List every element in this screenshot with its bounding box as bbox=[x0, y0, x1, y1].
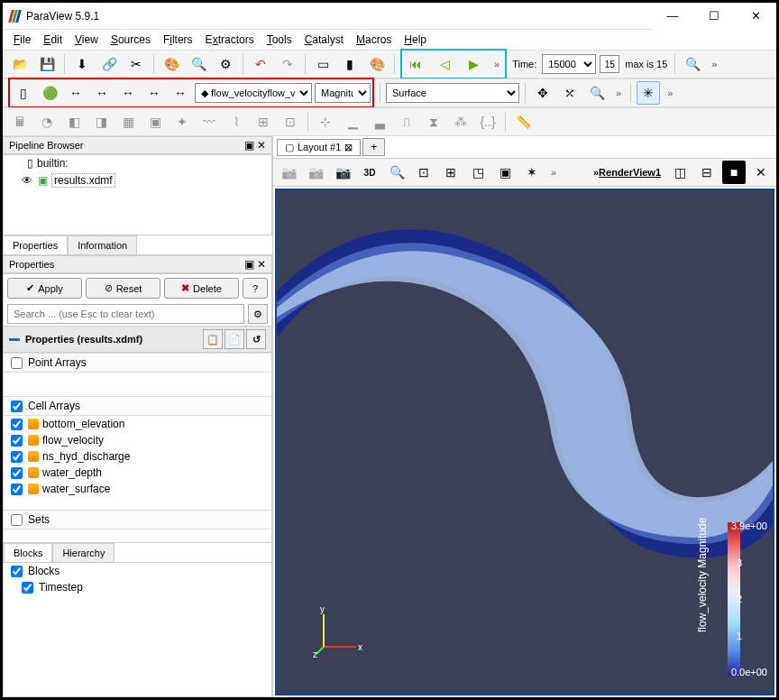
camera-icon[interactable]: 📷 bbox=[331, 161, 354, 184]
split-v-icon[interactable]: ⊟ bbox=[695, 161, 719, 184]
screenshot-icon[interactable]: 📷 bbox=[277, 161, 300, 184]
calculator-icon[interactable]: 🖩 bbox=[8, 110, 32, 134]
tab-hierarchy[interactable]: Hierarchy bbox=[52, 543, 115, 562]
histogram-icon[interactable]: ▃ bbox=[368, 110, 391, 134]
split-h-icon[interactable]: ◫ bbox=[668, 161, 692, 184]
select-cells-icon[interactable]: ⊞ bbox=[439, 161, 463, 184]
menu-tools[interactable]: Tools bbox=[261, 32, 298, 48]
menu-view[interactable]: View bbox=[69, 32, 104, 48]
find-icon[interactable]: 🔍 bbox=[187, 52, 210, 76]
save-state-icon[interactable]: 💾 bbox=[35, 52, 59, 76]
camera-reset-icon[interactable]: ✥ bbox=[531, 81, 554, 105]
minimize-button[interactable]: — bbox=[652, 3, 693, 30]
select-block-icon[interactable]: ▣ bbox=[493, 161, 517, 184]
reset-button[interactable]: ⊘Reset bbox=[86, 278, 160, 299]
cell-array-row[interactable]: bottom_elevation bbox=[4, 416, 271, 432]
layout-add-button[interactable]: + bbox=[362, 138, 385, 156]
zoom-closest-icon[interactable]: ⤱ bbox=[558, 81, 582, 105]
mode-3d-button[interactable]: 3D bbox=[358, 161, 381, 184]
point-arrays-checkbox[interactable] bbox=[11, 357, 23, 369]
ruler-icon[interactable]: 📏 bbox=[511, 110, 535, 134]
properties-undock-icon[interactable]: ▣ bbox=[244, 258, 254, 271]
save-data-icon[interactable]: ⬇ bbox=[70, 52, 94, 76]
group-icon[interactable]: ⊞ bbox=[252, 110, 275, 134]
rescale-icon[interactable]: ↔ bbox=[64, 81, 87, 105]
camera-more-icon[interactable]: » bbox=[612, 88, 625, 98]
properties-search-input[interactable] bbox=[7, 304, 244, 324]
tab-blocks[interactable]: Blocks bbox=[4, 543, 52, 562]
glyph-icon[interactable]: ✦ bbox=[170, 110, 194, 134]
render-view[interactable]: x y z 3.9e+00 3 2 1 0.0e+00 flow_velocit… bbox=[275, 189, 774, 695]
sets-checkbox[interactable] bbox=[11, 514, 23, 526]
pipeline-close-icon[interactable]: ✕ bbox=[257, 139, 266, 152]
cell-arrays-section[interactable]: Cell Arrays bbox=[4, 396, 271, 416]
threshold-icon[interactable]: ▦ bbox=[116, 110, 140, 134]
extract-icon[interactable]: ▣ bbox=[143, 110, 167, 134]
cell-arrays-checkbox[interactable] bbox=[11, 401, 23, 412]
menu-edit[interactable]: Edit bbox=[38, 32, 68, 48]
cell-array-row[interactable]: water_depth bbox=[4, 465, 271, 481]
load-palette-icon[interactable]: 🎨 bbox=[160, 52, 183, 76]
color-legend-icon[interactable]: ▮ bbox=[338, 52, 362, 76]
slice-icon[interactable]: ◨ bbox=[89, 110, 113, 134]
pipeline-browser[interactable]: ▯builtin: 👁 ▣ results.xdmf bbox=[3, 154, 272, 235]
tab-information[interactable]: Information bbox=[68, 235, 137, 254]
copy-icon[interactable]: 📋 bbox=[203, 329, 223, 349]
frame-spinner[interactable] bbox=[600, 55, 619, 73]
rescale-visible-icon[interactable]: ↔ bbox=[116, 81, 140, 105]
visibility-eye-icon[interactable]: 👁 bbox=[20, 174, 34, 187]
rescale-temporal-icon[interactable]: ↔ bbox=[142, 81, 166, 105]
open-file-icon[interactable]: 📂 bbox=[8, 52, 32, 76]
color-map-icon[interactable]: 🎨 bbox=[365, 52, 389, 76]
timestep-row[interactable]: Timestep bbox=[14, 579, 271, 595]
connect-icon[interactable]: 🔗 bbox=[97, 52, 121, 76]
view-more-icon[interactable]: » bbox=[664, 88, 676, 98]
first-frame-icon[interactable]: ⏮ bbox=[404, 52, 427, 76]
python-icon[interactable]: {..} bbox=[476, 110, 499, 134]
pipeline-results[interactable]: 👁 ▣ results.xdmf bbox=[14, 171, 271, 189]
zoom-icon[interactable]: 🔍 bbox=[385, 161, 408, 184]
toolbar-more-icon[interactable]: » bbox=[708, 59, 720, 69]
restore-icon[interactable]: ↺ bbox=[246, 329, 266, 349]
paste-icon[interactable]: 📄 bbox=[225, 329, 244, 349]
select-points-icon[interactable]: ⊡ bbox=[412, 161, 435, 184]
probe-icon[interactable]: ⊹ bbox=[314, 110, 337, 134]
menu-extractors[interactable]: Extractors bbox=[200, 32, 260, 48]
cell-array-row[interactable]: ns_hyd_discharge bbox=[4, 448, 271, 465]
menu-macros[interactable]: Macros bbox=[351, 32, 397, 48]
interactive-select-icon[interactable]: ✶ bbox=[520, 161, 544, 184]
edit-color-map-icon[interactable]: 🟢 bbox=[38, 81, 61, 105]
advanced-toggle-icon[interactable]: ⚙ bbox=[248, 304, 268, 324]
screenshot-all-icon[interactable]: 📷 bbox=[304, 161, 327, 184]
select-frustum-icon[interactable]: ◳ bbox=[466, 161, 490, 184]
warp-icon[interactable]: ⌇ bbox=[225, 110, 248, 134]
contour-icon[interactable]: ◔ bbox=[35, 110, 59, 134]
step-back-icon[interactable]: ◁ bbox=[433, 52, 456, 76]
pipeline-builtin[interactable]: ▯builtin: bbox=[4, 155, 271, 171]
redo-icon[interactable]: ↷ bbox=[276, 52, 299, 76]
zoom-to-data-icon[interactable]: 🔍 bbox=[681, 52, 704, 76]
color-array-select[interactable]: ◆ flow_velocityflow_velocity bbox=[195, 83, 312, 103]
menu-file[interactable]: File bbox=[8, 32, 36, 48]
color-component-select[interactable]: Magnitu bbox=[315, 83, 371, 103]
delete-button[interactable]: ✖Delete bbox=[164, 278, 239, 299]
select-more-icon[interactable]: » bbox=[547, 167, 560, 178]
close-button[interactable]: ✕ bbox=[735, 3, 776, 30]
pipeline-undock-icon[interactable]: ▣ bbox=[244, 139, 254, 152]
point-arrays-section[interactable]: Point Arrays bbox=[4, 353, 271, 373]
vcr-more-icon[interactable]: » bbox=[490, 59, 503, 69]
cell-array-row[interactable]: water_surface bbox=[4, 481, 271, 497]
sets-section[interactable]: Sets bbox=[4, 510, 271, 530]
layout-close-icon[interactable]: ⊠ bbox=[344, 142, 353, 153]
box-icon[interactable]: ▭ bbox=[311, 52, 335, 76]
plot-icon[interactable]: ▁ bbox=[341, 110, 364, 134]
cell-array-row[interactable]: flow_velocity bbox=[4, 432, 271, 448]
extract-selection-icon[interactable]: ⊡ bbox=[279, 110, 302, 134]
help-button[interactable]: ? bbox=[243, 278, 268, 299]
menu-help[interactable]: Help bbox=[399, 32, 432, 48]
disconnect-icon[interactable]: ✂ bbox=[124, 52, 148, 76]
layout-tab-1[interactable]: ▢ Layout #1 ⊠ bbox=[277, 139, 361, 156]
maximize-view-icon[interactable]: ■ bbox=[722, 161, 746, 184]
tab-properties[interactable]: Properties bbox=[3, 235, 68, 254]
properties-close-icon[interactable]: ✕ bbox=[257, 258, 266, 271]
